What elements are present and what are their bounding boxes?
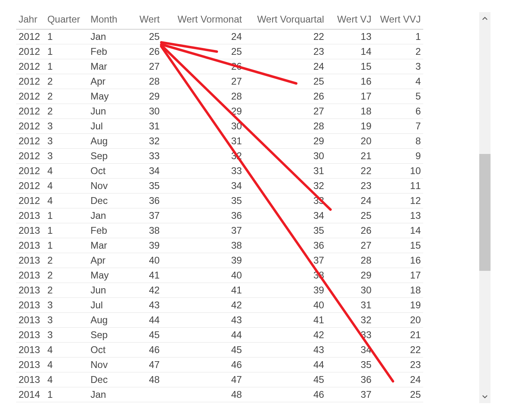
cell-vvj: 18 [374, 283, 423, 298]
table-row[interactable]: 20124Oct3433312210 [16, 164, 423, 179]
table-row[interactable]: 20123Sep333230219 [16, 149, 423, 164]
cell-wert: 40 [129, 253, 162, 268]
cell-jahr: 2012 [16, 104, 45, 119]
cell-vormonat: 47 [162, 372, 244, 387]
cell-vvj: 5 [374, 89, 423, 104]
table-row[interactable]: 20123Jul313028197 [16, 119, 423, 134]
vertical-scrollbar[interactable] [479, 12, 491, 403]
cell-jahr: 2013 [16, 238, 45, 253]
cell-month: Jan [88, 29, 129, 44]
cell-vj: 18 [326, 104, 374, 119]
cell-jahr: 2012 [16, 89, 45, 104]
cell-jahr: 2012 [16, 119, 45, 134]
cell-month: Jun [88, 104, 129, 119]
table-row[interactable]: 20132Apr4039372816 [16, 253, 423, 268]
cell-month: Jul [88, 119, 129, 134]
col-header-vvj[interactable]: Wert VVJ [374, 12, 423, 29]
col-header-jahr[interactable]: Jahr [16, 12, 45, 29]
cell-vorquartal: 39 [244, 283, 326, 298]
cell-vorquartal: 31 [244, 164, 326, 179]
cell-vj: 32 [326, 313, 374, 328]
cell-vj: 36 [326, 372, 374, 387]
scroll-up-button[interactable] [479, 12, 491, 25]
table-header: Jahr Quarter Month Wert Wert Vormonat We… [16, 12, 423, 29]
cell-month: Nov [88, 358, 129, 372]
table-row[interactable]: 20132Jun4241393018 [16, 283, 423, 298]
table-row[interactable]: 20133Aug4443413220 [16, 313, 423, 328]
cell-vvj: 14 [374, 223, 423, 238]
cell-jahr: 2012 [16, 74, 45, 89]
cell-vj: 16 [326, 74, 374, 89]
cell-quarter: 2 [45, 104, 88, 119]
cell-vorquartal: 32 [244, 179, 326, 193]
cell-vvj: 22 [374, 343, 423, 358]
cell-vvj: 11 [374, 179, 423, 193]
col-header-vj[interactable]: Wert VJ [326, 12, 374, 29]
cell-vj: 20 [326, 134, 374, 149]
cell-month: Dec [88, 193, 129, 208]
cell-jahr: 2013 [16, 298, 45, 313]
table-row[interactable]: 20133Jul4342403119 [16, 298, 423, 313]
cell-vorquartal: 41 [244, 313, 326, 328]
table-row[interactable]: 20121Mar272624153 [16, 59, 423, 74]
cell-vormonat: 45 [162, 343, 244, 358]
table-row[interactable]: 20122May292826175 [16, 89, 423, 104]
cell-jahr: 2012 [16, 134, 45, 149]
table-row[interactable]: 20134Nov4746443523 [16, 358, 423, 372]
cell-vorquartal: 33 [244, 193, 326, 208]
col-header-vormonat[interactable]: Wert Vormonat [162, 12, 244, 29]
col-header-wert[interactable]: Wert [129, 12, 162, 29]
table-row[interactable]: 20141Jan48463725 [16, 387, 423, 402]
cell-vormonat: 46 [162, 358, 244, 372]
cell-month: Aug [88, 313, 129, 328]
cell-jahr: 2013 [16, 328, 45, 343]
cell-wert: 28 [129, 74, 162, 89]
table-row[interactable]: 20124Nov3534322311 [16, 179, 423, 193]
cell-vj: 26 [326, 223, 374, 238]
scrollbar-thumb[interactable] [479, 154, 491, 271]
cell-quarter: 2 [45, 74, 88, 89]
table-row[interactable]: 20134Dec4847453624 [16, 372, 423, 387]
cell-wert: 42 [129, 283, 162, 298]
cell-vvj: 25 [374, 387, 423, 402]
cell-month: Dec [88, 372, 129, 387]
table-row[interactable]: 20131Mar3938362715 [16, 238, 423, 253]
cell-vj: 23 [326, 179, 374, 193]
cell-wert: 35 [129, 179, 162, 193]
cell-vormonat: 39 [162, 253, 244, 268]
cell-vorquartal: 45 [244, 372, 326, 387]
col-header-month[interactable]: Month [88, 12, 129, 29]
table-row[interactable]: 20122Jun302927186 [16, 104, 423, 119]
cell-vorquartal: 43 [244, 343, 326, 358]
table-row[interactable]: 20123Aug323129208 [16, 134, 423, 149]
cell-vormonat: 44 [162, 328, 244, 343]
cell-vorquartal: 26 [244, 89, 326, 104]
table-row[interactable]: 20134Oct4645433422 [16, 343, 423, 358]
cell-quarter: 1 [45, 208, 88, 223]
cell-month: Mar [88, 59, 129, 74]
col-header-vorquartal[interactable]: Wert Vorquartal [244, 12, 326, 29]
table-row[interactable]: 20124Dec3635332412 [16, 193, 423, 208]
table-row[interactable]: 20132May4140382917 [16, 268, 423, 283]
cell-vormonat: 31 [162, 134, 244, 149]
cell-vj: 31 [326, 298, 374, 313]
cell-wert: 34 [129, 164, 162, 179]
cell-quarter: 3 [45, 313, 88, 328]
cell-vj: 28 [326, 253, 374, 268]
table-row[interactable]: 20133Sep4544423321 [16, 328, 423, 343]
table-row[interactable]: 20131Feb3837352614 [16, 223, 423, 238]
cell-month: May [88, 89, 129, 104]
cell-vvj: 23 [374, 358, 423, 372]
cell-wert: 36 [129, 193, 162, 208]
scroll-down-button[interactable] [479, 390, 491, 403]
table-row[interactable]: 20131Jan3736342513 [16, 208, 423, 223]
cell-vormonat: 24 [162, 29, 244, 44]
cell-vorquartal: 27 [244, 104, 326, 119]
table-row[interactable]: 20121Feb262523142 [16, 44, 423, 59]
col-header-quarter[interactable]: Quarter [45, 12, 88, 29]
cell-vormonat: 36 [162, 208, 244, 223]
cell-vormonat: 38 [162, 238, 244, 253]
table-row[interactable]: 20122Apr282725164 [16, 74, 423, 89]
table-row[interactable]: 20121Jan252422131 [16, 29, 423, 44]
cell-vormonat: 42 [162, 298, 244, 313]
